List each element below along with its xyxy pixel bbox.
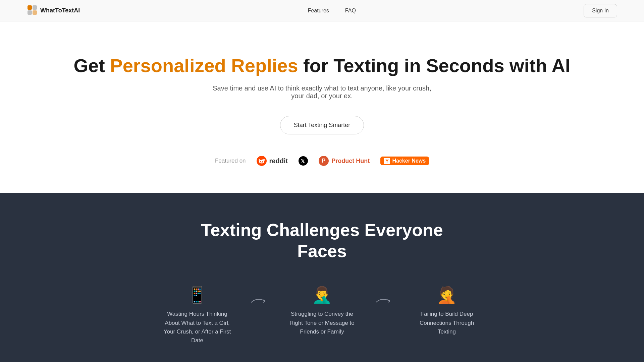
hero-title-highlight: Personalized Replies [110, 55, 298, 76]
challenge-1-text: Wasting Hours Thinking About What to Tex… [160, 310, 234, 345]
reddit-label: reddit [269, 157, 288, 165]
svg-point-11 [259, 159, 260, 161]
signin-button[interactable]: Sign In [584, 4, 617, 17]
navbar: WhatToTextAI Features FAQ Sign In [0, 0, 644, 21]
svg-point-6 [260, 161, 261, 162]
nav-features[interactable]: Features [308, 8, 329, 14]
svg-text:𝕏: 𝕏 [301, 159, 305, 164]
svg-point-7 [262, 161, 263, 162]
challenge-2-text: Struggling to Convey the Right Tone or M… [285, 310, 359, 336]
featured-bar: Featured on reddit 𝕏 [13, 156, 631, 166]
nav-faq[interactable]: FAQ [345, 8, 356, 14]
featured-product-hunt: P Product Hunt [319, 156, 370, 166]
hero-subtitle: Save time and use AI to think exactly wh… [208, 84, 436, 100]
hero-title: Get Personalized Replies for Texting in … [13, 55, 631, 76]
featured-reddit: reddit [257, 156, 288, 166]
svg-rect-3 [33, 10, 37, 15]
svg-rect-0 [28, 5, 32, 10]
challenge-item-1: 📱 Wasting Hours Thinking About What to T… [150, 286, 244, 345]
challenges-section: Texting Challenges Everyone Faces 📱 Wast… [0, 193, 644, 362]
product-hunt-icon: P [319, 156, 329, 166]
cta-button[interactable]: Start Texting Smarter [280, 116, 364, 134]
challenges-title: Texting Challenges Everyone Faces [188, 220, 456, 261]
featured-hacker-news: Y Hacker News [380, 157, 429, 165]
arrow-1-svg [250, 296, 270, 306]
challenge-item-2: 🤦‍♂️ Struggling to Convey the Right Tone… [275, 286, 369, 336]
svg-rect-1 [33, 5, 37, 10]
featured-label: Featured on [215, 158, 246, 164]
logo-svg [27, 5, 38, 15]
svg-point-9 [263, 160, 264, 161]
challenge-3-icon: 🤦 [437, 286, 457, 304]
challenge-3-text: Failing to Build Deep Connections Throug… [410, 310, 484, 336]
arrow-2-svg [374, 296, 394, 306]
reddit-icon [257, 156, 267, 166]
featured-x: 𝕏 [299, 156, 308, 166]
challenge-1-icon: 📱 [187, 286, 207, 304]
hero-title-after: for Texting in Seconds with AI [298, 55, 571, 76]
product-hunt-label: Product Hunt [331, 158, 370, 165]
product-hunt-p: P [322, 158, 326, 164]
brand: WhatToTextAI [27, 5, 80, 17]
brand-logo-icon [27, 5, 38, 17]
hacker-news-label: Hacker News [392, 158, 426, 164]
hero-section: Get Personalized Replies for Texting in … [0, 21, 644, 193]
challenge-item-3: 🤦 Failing to Build Deep Connections Thro… [400, 286, 494, 336]
arrow-connector-1 [244, 286, 275, 306]
hero-title-before: Get [73, 55, 110, 76]
challenges-row: 📱 Wasting Hours Thinking About What to T… [138, 286, 506, 345]
brand-name: WhatToTextAI [40, 7, 80, 14]
arrow-connector-2 [369, 286, 400, 306]
svg-rect-2 [28, 10, 32, 15]
navbar-nav: Features FAQ [308, 8, 356, 14]
challenge-2-icon: 🤦‍♂️ [312, 286, 332, 304]
hacker-news-badge: Y Hacker News [380, 157, 429, 165]
hacker-news-y-icon: Y [384, 158, 390, 164]
x-twitter-icon: 𝕏 [299, 156, 308, 166]
